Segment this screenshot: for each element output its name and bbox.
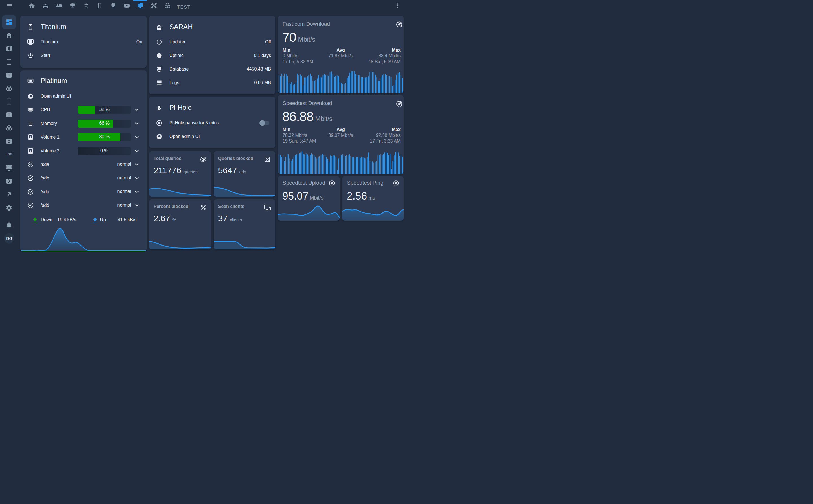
svg-text:C: C [8, 139, 10, 144]
